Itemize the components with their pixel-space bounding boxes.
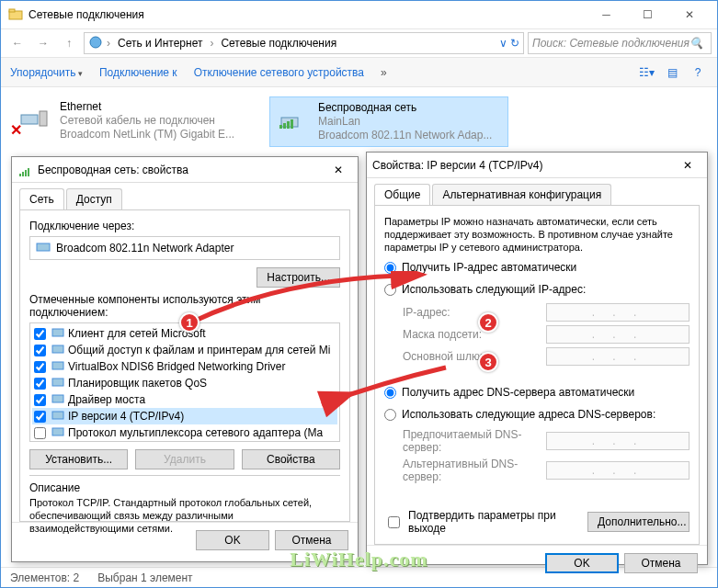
organize-menu[interactable]: Упорядочить xyxy=(10,66,83,79)
component-icon xyxy=(51,392,64,408)
dns-alt-field: . . . xyxy=(546,461,690,480)
svg-rect-6 xyxy=(279,125,282,129)
svg-rect-18 xyxy=(52,379,63,386)
nic-icon xyxy=(36,240,51,257)
up-button[interactable]: ↑ xyxy=(58,32,80,54)
window-title: Сетевые подключения xyxy=(28,8,586,21)
svg-rect-15 xyxy=(52,329,63,336)
ip-auto-label: Получить IP-адрес автоматически xyxy=(402,261,576,274)
statusbar-selected: Выбран 1 элемент xyxy=(97,571,192,584)
minimize-button[interactable]: ─ xyxy=(586,1,627,28)
dialog-title: Свойства: IP версии 4 (TCP/IPv4) xyxy=(372,159,674,172)
component-checkbox[interactable] xyxy=(34,427,46,439)
ip-manual-row[interactable]: Использовать следующий IP-адрес: xyxy=(384,283,690,296)
properties-button[interactable]: Свойства xyxy=(242,449,340,469)
component-checkbox[interactable] xyxy=(34,328,46,340)
component-item[interactable]: IP версии 4 (TCP/IPv4) xyxy=(32,408,337,424)
svg-rect-20 xyxy=(52,412,63,419)
component-checkbox[interactable] xyxy=(34,345,46,356)
network-icon xyxy=(88,35,103,52)
disabled-cross-icon: ✕ xyxy=(10,121,22,139)
tab-access[interactable]: Доступ xyxy=(66,188,122,209)
svg-rect-17 xyxy=(52,362,63,369)
component-item[interactable]: Протокол мультиплексора сетевого адаптер… xyxy=(32,424,337,441)
cancel-button[interactable]: Отмена xyxy=(624,553,698,573)
subnet-mask-field: . . . xyxy=(546,325,690,344)
adapter-detail: Broadcom NetLink (TM) Gigabit E... xyxy=(60,128,234,141)
ok-button[interactable]: OK xyxy=(545,553,619,573)
ip-manual-label: Использовать следующий IP-адрес: xyxy=(402,283,586,296)
annotation-arrow-2 xyxy=(303,363,450,418)
component-label: Драйвер моста xyxy=(68,393,145,406)
confirm-on-exit-label: Подтвердить параметры при выходе xyxy=(408,509,582,535)
close-button[interactable]: ✕ xyxy=(668,1,710,28)
adapter-wireless[interactable]: Беспроводная сеть MainLan Broadcom 802.1… xyxy=(269,96,508,147)
dns-pref-label: Предпочитаемый DNS-сервер: xyxy=(403,428,541,454)
uninstall-button: Удалить xyxy=(135,449,234,469)
ethernet-icon: ✕ xyxy=(16,100,52,137)
svg-rect-14 xyxy=(37,243,50,251)
component-checkbox[interactable] xyxy=(34,361,46,373)
component-checkbox[interactable] xyxy=(34,378,46,390)
description-heading: Описание xyxy=(29,481,340,494)
disable-device-menu[interactable]: Отключение сетевого устройства xyxy=(194,66,364,79)
wireless-icon xyxy=(274,101,311,138)
component-icon xyxy=(51,359,64,375)
svg-rect-12 xyxy=(25,170,27,176)
wireless-small-icon xyxy=(17,163,32,177)
confirm-on-exit-checkbox[interactable] xyxy=(388,516,400,528)
component-checkbox[interactable] xyxy=(34,394,46,406)
tab-network[interactable]: Сеть xyxy=(19,188,64,209)
search-input[interactable]: Поиск: Сетевые подключения 🔍 xyxy=(528,32,712,54)
component-checkbox[interactable] xyxy=(34,411,46,423)
ip-auto-row[interactable]: Получить IP-адрес автоматически xyxy=(384,261,690,274)
svg-rect-13 xyxy=(28,168,29,176)
back-button[interactable]: ← xyxy=(6,32,28,54)
svg-point-2 xyxy=(90,37,101,48)
connect-to-menu[interactable]: Подключение к xyxy=(99,66,177,79)
preview-icon[interactable]: ▤ xyxy=(662,62,682,83)
gateway-field: . . . xyxy=(546,347,690,366)
ip-address-field: . . . xyxy=(546,303,690,322)
connect-using-label: Подключение через: xyxy=(29,220,340,232)
intro-text: Параметры IP можно назначать автоматичес… xyxy=(384,215,690,254)
advanced-button[interactable]: Дополнительно... xyxy=(587,512,690,532)
install-button[interactable]: Установить... xyxy=(29,449,128,469)
component-icon xyxy=(51,376,64,391)
search-placeholder: Поиск: Сетевые подключения xyxy=(532,37,690,50)
breadcrumb-seg[interactable]: Сеть и Интернет xyxy=(114,37,206,50)
adapter-detail: Broadcom 802.11n Network Adap... xyxy=(318,129,492,142)
tab-alternate[interactable]: Альтернативная конфигурация xyxy=(432,184,611,205)
adapter-status: MainLan xyxy=(318,115,492,129)
svg-rect-3 xyxy=(21,115,38,124)
component-icon xyxy=(51,326,64,342)
search-icon: 🔍 xyxy=(690,37,703,50)
close-button[interactable]: ✕ xyxy=(325,164,352,176)
close-button[interactable]: ✕ xyxy=(674,159,701,172)
breadcrumb-seg[interactable]: Сетевые подключения xyxy=(217,37,340,50)
svg-rect-4 xyxy=(40,111,47,126)
maximize-button[interactable]: ☐ xyxy=(627,1,668,28)
component-item[interactable]: Драйвер моста xyxy=(32,391,337,408)
tab-general[interactable]: Общие xyxy=(374,184,430,205)
forward-button[interactable]: → xyxy=(32,32,54,54)
chevron-right-icon[interactable]: » xyxy=(381,66,387,79)
chevron-right-icon: › xyxy=(208,37,215,50)
refresh-dropdown[interactable]: ∨ ↻ xyxy=(499,37,519,50)
adapter-ethernet[interactable]: ✕ Ethernet Сетевой кабель не подключен B… xyxy=(12,96,251,147)
adapter-status: Сетевой кабель не подключен xyxy=(60,114,234,128)
statusbar-count: Элементов: 2 xyxy=(10,571,79,584)
help-icon[interactable]: ? xyxy=(688,62,708,83)
callout-1: 1 xyxy=(179,312,199,333)
dns-alt-label: Альтернативный DNS-сервер: xyxy=(403,458,541,483)
dns-pref-field: . . . xyxy=(546,432,690,450)
svg-rect-10 xyxy=(19,174,21,176)
ok-button[interactable]: OK xyxy=(196,530,269,550)
view-icon[interactable]: ☷▾ xyxy=(636,62,656,83)
svg-rect-1 xyxy=(9,9,15,12)
svg-rect-19 xyxy=(52,395,63,402)
component-icon xyxy=(51,343,64,358)
svg-rect-21 xyxy=(52,428,63,435)
component-label: Протокол мультиплексора сетевого адаптер… xyxy=(68,426,323,439)
breadcrumb[interactable]: › Сеть и Интернет › Сетевые подключения … xyxy=(84,32,524,54)
